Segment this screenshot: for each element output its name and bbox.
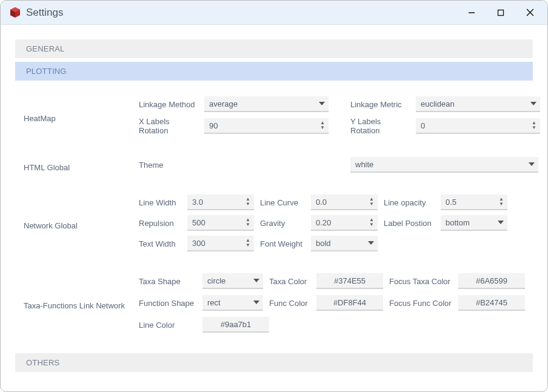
linkage-method-label: Linkage Method <box>139 100 198 109</box>
taxa-shape-label: Taxa Shape <box>139 277 196 286</box>
y-rotation-label: Y Labels Rotation <box>350 117 410 135</box>
chevron-down-icon <box>253 273 259 288</box>
linkage-metric-select[interactable]: euclidean <box>416 96 540 112</box>
taxa-color-label: Taxa Color <box>269 277 310 286</box>
html-global-group: HTML Global Theme white <box>24 157 528 178</box>
function-shape-label: Function Shape <box>139 299 196 308</box>
app-icon <box>9 7 21 19</box>
repulsion-label: Repulsion <box>139 219 181 228</box>
text-width-spinner[interactable]: 300 ▲▼ <box>187 236 254 251</box>
spinner-arrows-icon[interactable]: ▲▼ <box>246 215 250 230</box>
chevron-down-icon <box>368 236 374 250</box>
linkage-method-select[interactable]: average <box>204 96 329 112</box>
repulsion-spinner[interactable]: 500 ▲▼ <box>187 215 254 231</box>
font-weight-select[interactable]: bold <box>311 236 378 251</box>
svg-marker-9 <box>529 162 535 166</box>
window-title: Settings <box>26 7 458 19</box>
text-width-label: Text Width <box>139 239 181 248</box>
focus-taxa-color-input[interactable]: #6A6599 <box>458 273 525 289</box>
y-rotation-spinner[interactable]: 0 ▲▼ <box>416 118 540 134</box>
focus-taxa-color-label: Focus Taxa Color <box>389 277 452 286</box>
theme-label: Theme <box>139 161 198 170</box>
focus-func-color-input[interactable]: #B24745 <box>458 295 525 311</box>
spinner-arrows-icon[interactable]: ▲▼ <box>532 118 536 133</box>
svg-marker-12 <box>253 279 259 282</box>
link-network-label: Taxa-Functions Link Network <box>24 301 139 310</box>
x-rotation-spinner[interactable]: 90 ▲▼ <box>204 118 329 134</box>
network-global-group: Network Global Line Width 3.0 ▲▼ Line Cu… <box>24 194 528 256</box>
spinner-arrows-icon[interactable]: ▲▼ <box>246 194 250 209</box>
heatmap-group: HeatMap Linkage Method average Linkage M… <box>24 96 528 140</box>
chevron-down-icon <box>498 215 504 230</box>
func-color-label: Func Color <box>269 299 310 308</box>
gravity-spinner[interactable]: 0.20 ▲▼ <box>311 215 378 231</box>
func-color-input[interactable]: #DF8F44 <box>316 295 383 311</box>
minimize-button[interactable] <box>458 4 486 22</box>
line-width-label: Line Width <box>139 198 181 207</box>
svg-marker-11 <box>368 241 374 245</box>
plotting-body: HeatMap Linkage Method average Linkage M… <box>15 84 533 346</box>
focus-func-color-label: Focus Func Color <box>389 299 452 308</box>
line-color-label: Line Color <box>139 321 196 330</box>
spinner-arrows-icon[interactable]: ▲▼ <box>369 194 374 209</box>
taxa-shape-select[interactable]: circle <box>202 273 263 289</box>
line-color-input[interactable]: #9aa7b1 <box>202 317 269 333</box>
linkage-metric-label: Linkage Metric <box>350 100 410 109</box>
network-global-label: Network Global <box>24 221 139 230</box>
gravity-label: Gravity <box>260 219 305 228</box>
maximize-button[interactable] <box>487 4 515 22</box>
chevron-down-icon <box>530 96 536 111</box>
titlebar: Settings <box>1 1 547 25</box>
html-global-label: HTML Global <box>24 163 139 172</box>
line-opacity-label: Line opacity <box>384 198 435 207</box>
close-button[interactable] <box>516 4 544 22</box>
function-shape-select[interactable]: rect <box>202 295 263 311</box>
svg-marker-13 <box>253 301 259 304</box>
label-position-label: Label Postion <box>384 219 435 228</box>
line-curve-spinner[interactable]: 0.0 ▲▼ <box>311 194 378 210</box>
section-plotting[interactable]: PLOTTING <box>15 62 533 81</box>
spinner-arrows-icon[interactable]: ▲▼ <box>246 236 250 250</box>
line-width-spinner[interactable]: 3.0 ▲▼ <box>187 194 254 210</box>
settings-window: Settings GENERAL PLOTTING HeatMap Linkag… <box>0 0 548 392</box>
section-general[interactable]: GENERAL <box>15 39 533 58</box>
content-area: GENERAL PLOTTING HeatMap Linkage Method … <box>1 25 547 391</box>
svg-marker-10 <box>498 221 504 224</box>
svg-rect-4 <box>498 10 504 15</box>
font-weight-label: Font Weight <box>260 239 305 248</box>
link-network-group: Taxa-Functions Link Network Taxa Shape c… <box>24 273 528 337</box>
section-others[interactable]: OTHERS <box>15 353 533 372</box>
heatmap-label: HeatMap <box>24 114 139 123</box>
line-curve-label: Line Curve <box>260 198 305 207</box>
theme-select[interactable]: white <box>350 157 538 173</box>
window-controls <box>458 4 544 22</box>
spinner-arrows-icon[interactable]: ▲▼ <box>320 118 325 133</box>
label-position-select[interactable]: bottom <box>441 215 507 231</box>
svg-marker-8 <box>530 102 536 105</box>
chevron-down-icon <box>529 157 535 171</box>
taxa-color-input[interactable]: #374E55 <box>316 273 383 289</box>
chevron-down-icon <box>319 96 325 111</box>
chevron-down-icon <box>253 295 259 310</box>
spinner-arrows-icon[interactable]: ▲▼ <box>369 215 374 230</box>
svg-marker-7 <box>319 102 325 105</box>
line-opacity-spinner[interactable]: 0.5 ▲▼ <box>441 194 507 210</box>
x-rotation-label: X Labels Rotation <box>139 117 198 135</box>
spinner-arrows-icon[interactable]: ▲▼ <box>499 194 504 209</box>
